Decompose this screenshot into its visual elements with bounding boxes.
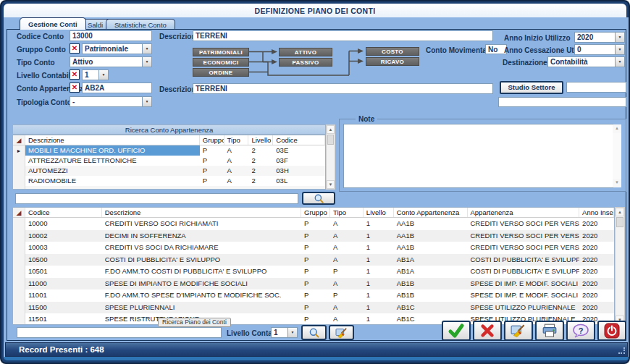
descrizione-appartenenza-field[interactable] [193, 83, 493, 94]
chevron-down-icon[interactable]: ▼ [142, 43, 152, 54]
clear-appartenenza-button[interactable]: ✕ [70, 82, 80, 93]
printer-icon [542, 323, 558, 338]
power-icon [604, 323, 620, 339]
window-bottom-edge [4, 357, 629, 360]
piano-conti-scrollbar[interactable]: ▲ ▼ [615, 207, 625, 325]
table-row[interactable]: 10500 COSTI DI PUBBLICITA' E SVILUPPO P … [13, 254, 614, 266]
tipologia-conto-dropdown[interactable]: - ▼ [70, 96, 152, 107]
exit-button[interactable] [597, 321, 626, 341]
anno-cessazione-dropdown[interactable]: 0 ▼ [574, 44, 625, 55]
studio-settore-field[interactable] [566, 82, 626, 93]
piano-conti-table: ◢ Codice Descrizione Gruppo Tipo Livello… [12, 207, 615, 325]
ricerca-piano-conti-label: Ricerca Piano dei Conti [158, 318, 231, 327]
scroll-up-icon[interactable]: ▲ [616, 208, 624, 216]
flow-ordine: ORDINE [193, 68, 249, 77]
scroll-up-icon[interactable]: ▲ [613, 124, 621, 133]
scroll-up-icon[interactable]: ▲ [327, 125, 335, 134]
help-button[interactable]: ? [566, 321, 595, 341]
search-icon [308, 327, 320, 339]
table-row[interactable]: ATTREZZATURE ELETTRONICHE P A 2 03F [13, 156, 325, 166]
table-row[interactable]: 11000 SPESE DI IMPIANTO E MODIFICHE SOCI… [13, 278, 614, 290]
table-row[interactable]: 11001 F.DO AMM.TO SPESE D'IMPIANTO E MOD… [13, 289, 614, 302]
table-row[interactable]: 11500 SPESE PLURIENNALI P A 1 AB1C SPESE… [13, 302, 614, 314]
anno-inizio-label: Anno Inizio Utilizzo [504, 34, 571, 42]
clear-livello-button[interactable]: ✕ [70, 69, 80, 80]
gruppo-conto-label: Gruppo Conto [17, 46, 66, 54]
note-textarea[interactable] [343, 124, 613, 188]
anno-inizio-dropdown[interactable]: 2020 ▼ [574, 32, 625, 43]
piano-conti-search-input[interactable] [17, 327, 222, 338]
table-row[interactable]: ► MOBILI E MACCHINE ORD. UFFICIO P A 2 0… [13, 145, 325, 156]
flow-patrimoniali: PATRIMONIALI [193, 48, 249, 56]
gruppo-conto-value: Patrimoniale [82, 43, 142, 54]
check-icon [448, 323, 465, 339]
tab-gestione-conti[interactable]: Gestione Conti [20, 17, 86, 30]
confirm-button[interactable] [442, 321, 471, 341]
ricerca-appartenenza-search-input[interactable] [15, 193, 298, 204]
flow-attivo: ATTIVO [279, 48, 332, 56]
print-button[interactable] [535, 321, 564, 341]
resize-grip-icon[interactable] [618, 347, 625, 354]
status-bar: Record Presenti : 648 [5, 342, 628, 357]
ricerca-appartenenza-search-button[interactable] [302, 192, 335, 205]
table-row[interactable]: RADIOMOBILE P A 2 03L [13, 176, 325, 186]
delete-x-icon: ✕ [72, 83, 77, 91]
table-row[interactable]: 10000 CREDITI VERSO SOCI RICHIAMATI P A … [13, 218, 614, 230]
table-header: ◢ Descrizione Gruppo Tipo Livello Codice [13, 135, 325, 145]
chevron-down-icon[interactable]: ▼ [142, 56, 152, 67]
table-row[interactable]: 10002 DECIMI IN SOFFERENZA P A 1 AA1B CR… [13, 230, 614, 242]
scrollbar-thumb[interactable] [327, 135, 334, 145]
table-row[interactable]: 10003 CREDITI VS SOCI DA RICHIAMARE P A … [13, 242, 614, 254]
tipo-conto-value: Attivo [70, 56, 142, 67]
piano-conti-search-button[interactable] [301, 325, 327, 340]
scroll-down-icon[interactable]: ▼ [327, 180, 335, 189]
tab-statistiche-conto[interactable]: Statistiche Conto [106, 19, 175, 30]
clear-form-button[interactable] [504, 321, 533, 341]
destinazione-uso-value: Contabilità [547, 56, 615, 67]
gruppo-conto-dropdown[interactable]: Patrimoniale ▼ [82, 43, 152, 54]
chevron-down-icon[interactable]: ▼ [615, 32, 625, 43]
scrollbar-thumb[interactable] [616, 217, 623, 227]
cancel-button[interactable] [473, 321, 502, 341]
window-title: DEFINIZIONE PIANO DEI CONTI [4, 4, 626, 17]
chevron-down-icon[interactable]: ▼ [615, 56, 625, 67]
conto-appartenenza-field[interactable] [82, 82, 152, 93]
livello-bottom-value: 1 [271, 327, 287, 338]
delete-x-icon: ✕ [72, 70, 77, 78]
clear-gruppo-button[interactable]: ✕ [70, 43, 80, 54]
record-count: Record Presenti : 648 [19, 345, 104, 354]
studio-settore-extra-field[interactable] [498, 97, 626, 107]
table-row[interactable]: 10501 F.DO AMM.TO COSTI DI PUBBLICITA' E… [13, 266, 614, 278]
piano-conti-clear-button[interactable] [329, 325, 354, 340]
chevron-down-icon[interactable]: ▼ [615, 44, 625, 55]
note-groupbox: Note ▲ ▼ [339, 119, 626, 192]
table-row[interactable]: RIMANENZE MATERIE PRIME P A 2 07 [13, 186, 325, 190]
descrizione-field[interactable] [193, 30, 493, 41]
livello-contabile-dropdown[interactable]: 1 ▼ [82, 69, 109, 80]
ricerca-appartenenza-title: Ricerca Conto Appartenenza [12, 124, 326, 135]
tipo-conto-label: Tipo Conto [17, 59, 55, 67]
search-icon [314, 193, 324, 204]
livello-contabile-label: Livello Contabile [17, 72, 75, 80]
table-row[interactable]: AUTOMEZZI P A 2 03H [13, 166, 325, 176]
window-body: Gestione Conti Saldi Statistiche Conto C… [4, 17, 629, 358]
gestione-conti-panel: Codice Conto Gruppo Conto ✕ Patrimoniale… [7, 29, 626, 341]
livello-contabile-bottom-dropdown[interactable]: 1 ▼ [271, 327, 298, 338]
destinazione-uso-dropdown[interactable]: Contabilità ▼ [547, 56, 625, 67]
anno-inizio-value: 2020 [574, 32, 615, 43]
sort-icon[interactable]: ◢ [17, 137, 22, 144]
chevron-down-icon[interactable]: ▼ [142, 96, 152, 107]
tipo-conto-dropdown[interactable]: Attivo ▼ [70, 56, 152, 67]
broom-icon [511, 323, 526, 338]
x-icon [479, 323, 495, 338]
chevron-down-icon[interactable]: ▼ [98, 69, 109, 80]
chevron-down-icon[interactable]: ▼ [287, 327, 298, 338]
tipologia-conto-label: Tipologia Conto [17, 98, 72, 106]
codice-conto-field[interactable] [70, 30, 152, 41]
note-scrollbar[interactable]: ▲ ▼ [613, 124, 621, 187]
studio-settore-button[interactable]: Studio Settore [500, 81, 563, 94]
sort-icon[interactable]: ◢ [17, 209, 22, 216]
row-pointer-icon: ► [17, 148, 22, 153]
scroll-down-icon[interactable]: ▼ [613, 179, 621, 187]
ricerca-scrollbar[interactable]: ▲ ▼ [326, 124, 335, 190]
